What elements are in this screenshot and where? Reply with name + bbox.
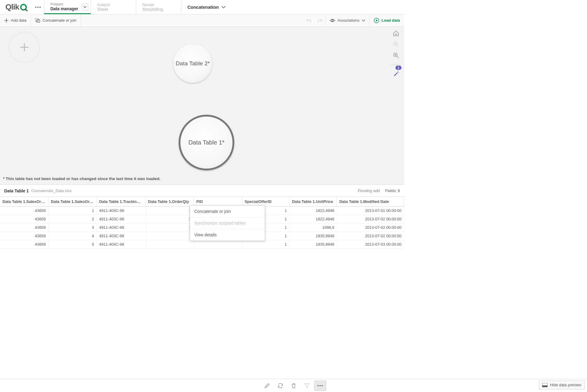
table-cell: 43659 — [0, 223, 48, 232]
table-cell: 2 — [48, 215, 96, 223]
table-cell: 4911-403C-98 — [97, 240, 145, 249]
table-row[interactable]: 4365954911-403C-9811835,99462013-07-03 0… — [0, 240, 404, 249]
column-header[interactable]: Data Table 1.Tracking… — [97, 197, 145, 207]
plus-icon — [20, 43, 29, 51]
bubble-1-label: Data Table 1* — [189, 139, 225, 146]
svg-point-7 — [332, 20, 333, 21]
ctx-concatenate[interactable]: Concatenate or join — [190, 206, 265, 217]
table-cell: 2013-07-02 00:00:00 — [337, 215, 404, 223]
svg-point-4 — [39, 7, 41, 8]
svg-point-16 — [398, 71, 398, 72]
table-cell: 1 — [242, 240, 289, 249]
redo-icon — [317, 18, 322, 23]
load-data-label: Load data — [382, 18, 400, 23]
table-cell: 2013-07-03 00:00:00 — [337, 240, 404, 249]
recommendations-badge: 1 — [395, 66, 401, 70]
add-bubble-button[interactable] — [9, 32, 40, 63]
concatenate-icon — [35, 18, 40, 23]
ctx-view-details[interactable]: View details — [190, 229, 265, 241]
table-cell: 2013-07-01 00:00:00 — [337, 207, 404, 215]
associations-canvas[interactable]: Data Table 2* Data Table 1* * This table… — [0, 26, 404, 185]
table-cell: 1098,9 — [289, 223, 337, 232]
home-icon[interactable] — [393, 31, 399, 37]
table-cell: 3 — [145, 215, 194, 223]
table-cell: 1 — [145, 207, 194, 215]
table-cell: 4911-403C-98 — [97, 207, 145, 215]
table-cell: 1 — [48, 207, 96, 215]
tab-narrate-big: Storytelling — [142, 7, 175, 12]
prepare-dropdown[interactable] — [82, 4, 88, 10]
column-header[interactable]: Data Table 1.OrderQty — [145, 197, 194, 207]
zoom-in-icon[interactable] — [393, 52, 399, 59]
table-cell — [194, 240, 242, 249]
chevron-down-icon — [362, 20, 365, 21]
add-data-label: Add data — [11, 18, 27, 23]
svg-point-3 — [37, 7, 39, 8]
table-cell: 4 — [48, 232, 96, 240]
app-title-text: Concatenation — [187, 5, 219, 10]
table-cell: 43659 — [0, 232, 48, 240]
tab-analyze-small: Analyze — [97, 3, 130, 7]
svg-line-13 — [397, 56, 399, 58]
tab-analyze-big: Sheet — [97, 7, 130, 12]
tab-prepare[interactable]: Prepare Data manager — [44, 0, 91, 14]
svg-line-1 — [25, 9, 27, 11]
table-bubble-2[interactable]: Data Table 2* — [173, 44, 212, 83]
tab-narrate[interactable]: Narrate Storytelling — [136, 0, 181, 14]
table-cell: 4911-403C-98 — [97, 232, 145, 240]
redo-button[interactable] — [314, 18, 325, 23]
qlik-logo: Qlik — [0, 0, 32, 14]
undo-button[interactable] — [304, 18, 314, 23]
play-circle-icon — [374, 18, 379, 23]
table-cell: 1835,9946 — [289, 240, 337, 249]
context-menu: Concatenate or join Synchronize scripted… — [190, 205, 265, 241]
tab-analyze[interactable]: Analyze Sheet — [91, 0, 136, 14]
table-cell: 5 — [48, 240, 96, 249]
table-cell: 2013-07-02 00:00:00 — [337, 232, 404, 240]
preview-file-name: Concatenate_Data.xlsx — [31, 188, 71, 193]
bubble-2-label: Data Table 2* — [176, 60, 210, 67]
table-cell — [145, 232, 194, 240]
plus-icon — [4, 18, 8, 23]
column-header[interactable]: Data Table 1.SalesOr… — [0, 197, 48, 207]
concatenate-label: Concatenate or join — [42, 18, 76, 23]
add-data-button[interactable]: Add data — [0, 14, 31, 26]
eye-icon — [330, 19, 335, 22]
app-title[interactable]: Concatenation — [181, 0, 404, 14]
concatenate-button[interactable]: Concatenate or join — [31, 14, 81, 26]
canvas-footnote: * This table has not been loaded or has … — [3, 176, 161, 181]
ctx-synchronize: Synchronize scripted tables — [190, 217, 265, 229]
side-divider — [391, 65, 401, 65]
preview-table-name: Data Table 1 — [4, 188, 29, 193]
zoom-out-icon[interactable] — [393, 41, 399, 48]
table-cell: 4911-403C-98 — [97, 215, 145, 223]
table-cell: 4911-403C-98 — [97, 223, 145, 232]
tab-narrate-small: Narrate — [142, 3, 175, 7]
table-cell: 1822,4946 — [289, 215, 337, 223]
tab-prepare-big: Data manager — [50, 6, 85, 11]
fields-count: Fields: 8 — [385, 188, 400, 193]
table-cell: 43659 — [0, 240, 48, 249]
column-header[interactable]: Data Table 1.SalesOr… — [48, 197, 96, 207]
associations-button[interactable]: Associations — [325, 14, 369, 26]
tab-prepare-small: Prepare — [50, 2, 85, 6]
table-cell: 2013-07-02 00:00:00 — [337, 223, 404, 232]
table-bubble-1[interactable]: Data Table 1* — [179, 115, 234, 170]
column-header[interactable]: PID — [194, 197, 242, 207]
associations-label: Associations — [338, 18, 360, 23]
table-cell: 1822,4946 — [289, 207, 337, 215]
pending-status: Pending add — [358, 188, 380, 193]
table-cell: 43659 — [0, 215, 48, 223]
table-cell — [145, 240, 194, 249]
table-cell: 1835,9946 — [289, 232, 337, 240]
table-cell: 3 — [48, 223, 96, 232]
undo-icon — [307, 18, 311, 23]
table-cell: 43659 — [0, 207, 48, 215]
global-menu-button[interactable] — [32, 0, 44, 14]
recommendations-icon[interactable]: 1 — [393, 70, 399, 77]
column-header[interactable]: Data Table 1.Modified Date — [337, 197, 404, 207]
column-header[interactable]: SpecialOfferID — [242, 197, 289, 207]
load-data-button[interactable]: Load data — [369, 14, 404, 26]
svg-line-10 — [397, 45, 399, 47]
column-header[interactable]: Data Table 1.UnitPrice — [289, 197, 337, 207]
